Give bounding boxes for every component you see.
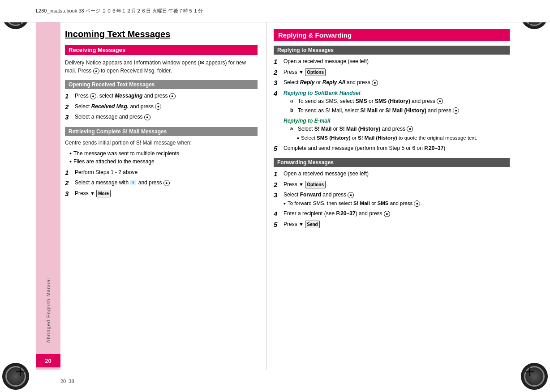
- page-number-box: 20: [36, 354, 60, 367]
- left-main-title: Incoming Text Messages: [65, 29, 258, 39]
- retrieving-header: Retrieving Complete S! Mail Messages: [65, 127, 258, 136]
- bullet-2: • Files are attached to the message: [69, 158, 258, 166]
- section-receiving: Receiving Messages Delivery Notice appea…: [65, 45, 258, 75]
- retrieving-step-2: 2 Select a message with 📧 and press ●: [65, 179, 258, 187]
- page-bottom: 20–38: [60, 379, 74, 384]
- circle-icon: ●: [93, 68, 99, 74]
- retrieving-step-1: 1 Perform Steps 1 - 2 above: [65, 168, 258, 177]
- header-text: L280_insatsu.book 38 ページ ２０６年１２月２６日 火曜日 …: [36, 8, 203, 14]
- forwarding-header: Forwarding Messages: [274, 158, 510, 167]
- fwd-step-2: 2 Press ▼ Options: [274, 180, 510, 189]
- header-bar: L280_insatsu.book 38 ページ ２０６年１２月２６日 火曜日 …: [0, 0, 550, 22]
- fwd-sub-bullet: • To forward SMS, then select S! Mail or…: [284, 200, 510, 208]
- more-label: More: [96, 190, 111, 197]
- fwd-step-4: 4 Enter a recipient (see P.20–37) and pr…: [274, 209, 510, 218]
- left-sidebar: Abridged English Manual: [36, 22, 60, 370]
- opening-step-1: 1 Press ●, select Messaging and press ●: [65, 92, 258, 101]
- corner-decoration-br: [521, 363, 548, 390]
- section-opening: Opening Received Text Messages 1 Press ●…: [65, 80, 258, 122]
- bullet-1: • The message was sent to multiple recip…: [69, 149, 258, 158]
- reply-step-4: 4 Replying to SoftBank Handset a To send…: [274, 89, 510, 142]
- reg-mark-bl: [16, 367, 25, 376]
- sub-bullet-email: • Select SMS (History) or S! Mail (Histo…: [297, 134, 510, 142]
- reply-step-5: 5 Complete and send message (perform fro…: [274, 144, 510, 153]
- reply-step-3: 3 Select Reply or Reply All and press ●: [274, 78, 510, 87]
- retrieving-bullets: • The message was sent to multiple recip…: [69, 149, 258, 166]
- section-forwarding: Forwarding Messages 1 Open a received me…: [274, 158, 510, 229]
- section-retrieving: Retrieving Complete S! Mail Messages Cen…: [65, 127, 258, 198]
- receiving-body: Delivery Notice appears and Information …: [65, 59, 258, 75]
- right-column: Replying & Forwarding Replying to Messag…: [266, 22, 514, 370]
- opening-step-3: 3 Select a message and press ●: [65, 113, 258, 122]
- fwd-step-3: 3 Select Forward and press ● • To forwar…: [274, 191, 510, 208]
- retrieving-step-3: 3 Press ▼ More: [65, 189, 258, 198]
- email-heading: Replying to E-mail: [284, 118, 331, 124]
- opening-header: Opening Received Text Messages: [65, 80, 258, 89]
- page-number: 20: [45, 358, 51, 364]
- forwarding-header-label: Forwarding Messages: [277, 159, 334, 166]
- sub-step-email-a: a Select S! Mail or S! Mail (History) an…: [290, 125, 510, 133]
- options-label-1: Options: [305, 68, 326, 76]
- sidebar-label: Abridged English Manual: [46, 278, 51, 343]
- reply-step-1: 1 Open a received message (see left): [274, 57, 510, 66]
- reg-mark-br: [525, 367, 534, 376]
- rf-title: Replying & Forwarding: [274, 29, 510, 41]
- options-label-2: Options: [305, 181, 326, 188]
- main-content: Incoming Text Messages Receiving Message…: [60, 22, 514, 370]
- section-replying: Replying to Messages 1 Open a received m…: [274, 46, 510, 153]
- replying-header-label: Replying to Messages: [277, 47, 334, 53]
- receiving-header: Receiving Messages: [65, 45, 258, 55]
- corner-decoration-bl: [2, 363, 29, 390]
- retrieving-body: Centre sends initial portion of S! Mail …: [65, 139, 258, 147]
- sub-step-4a: a To send as SMS, select SMS or SMS (His…: [290, 97, 510, 105]
- opening-step-2: 2 Select Received Msg. and press ●: [65, 102, 258, 111]
- fwd-step-5: 5 Press ▼ Send: [274, 220, 510, 229]
- softbank-heading: Replying to SoftBank Handset: [284, 90, 361, 96]
- left-column: Incoming Text Messages Receiving Message…: [60, 22, 266, 370]
- replying-header: Replying to Messages: [274, 46, 510, 55]
- reply-step-2: 2 Press ▼ Options: [274, 68, 510, 77]
- send-label: Send: [305, 221, 319, 228]
- sub-step-4b: b To send as S! Mail, select S! Mail or …: [290, 107, 510, 115]
- fwd-step-1: 1 Open a received message (see left): [274, 170, 510, 179]
